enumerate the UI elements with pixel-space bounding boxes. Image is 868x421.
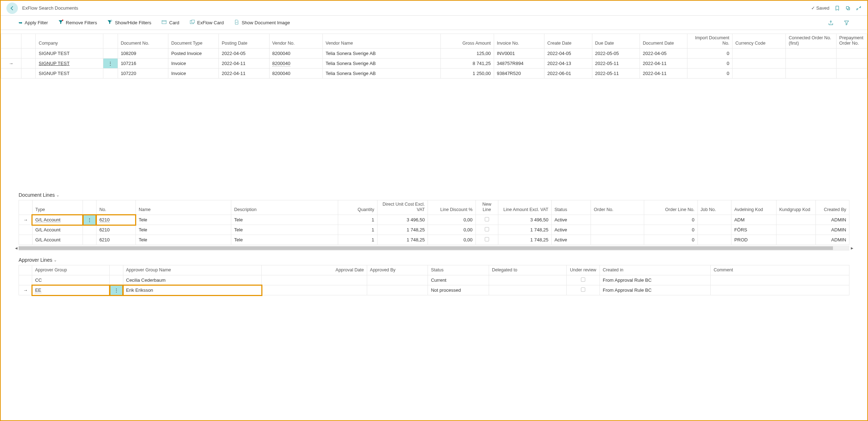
col-description[interactable]: Description bbox=[231, 200, 338, 215]
popout-button[interactable] bbox=[845, 5, 851, 11]
col-name[interactable]: Name bbox=[135, 200, 231, 215]
docs-header-row: Company Document No. Document Type Posti… bbox=[1, 34, 867, 49]
col-no[interactable]: No. bbox=[96, 200, 135, 215]
saved-indicator: ✓ Saved bbox=[811, 5, 830, 11]
table-row[interactable]: G/L Account6210TeleTele11 748,250,001 74… bbox=[19, 235, 849, 245]
col-invoice-no[interactable]: Invoice No. bbox=[494, 34, 544, 49]
col-currency[interactable]: Currency Code bbox=[733, 34, 786, 49]
col-approved-by[interactable]: Approved By bbox=[367, 265, 428, 275]
apply-filter-icon: ➥ bbox=[19, 20, 23, 25]
lines-header-row: Type No. Name Description Quantity Direc… bbox=[19, 200, 849, 215]
col-quantity[interactable]: Quantity bbox=[338, 200, 377, 215]
show-hide-icon bbox=[107, 19, 113, 26]
col-job-no[interactable]: Job No. bbox=[697, 200, 731, 215]
svg-rect-1 bbox=[162, 20, 166, 24]
doc-image-icon bbox=[234, 19, 240, 26]
table-row[interactable]: →G/L Account⋮6210TeleTele13 496,500,003 … bbox=[19, 215, 849, 225]
show-doc-image-button[interactable]: Show Document Image bbox=[234, 19, 290, 26]
action-toolbar: ➥Apply Filter Remove Filters Show/Hide F… bbox=[1, 16, 867, 30]
apply-filter-button[interactable]: ➥Apply Filter bbox=[19, 20, 48, 25]
col-disc[interactable]: Line Discount % bbox=[428, 200, 476, 215]
lines-scrollbar[interactable] bbox=[19, 246, 849, 251]
back-button[interactable] bbox=[6, 2, 18, 14]
show-hide-filters-button[interactable]: Show/Hide Filters bbox=[107, 19, 151, 26]
table-row[interactable]: SIGNUP TEST107220Invoice2022-04-11820004… bbox=[1, 69, 867, 79]
col-line-amt[interactable]: Line Amount Excl. VAT bbox=[498, 200, 551, 215]
scroll-left-icon[interactable]: ◀ bbox=[14, 246, 19, 251]
col-due-date[interactable]: Due Date bbox=[592, 34, 640, 49]
remove-filter-icon bbox=[58, 19, 64, 26]
col-status[interactable]: Status bbox=[551, 200, 591, 215]
col-approval-date[interactable]: Approval Date bbox=[262, 265, 367, 275]
col-company[interactable]: Company bbox=[36, 34, 103, 49]
col-approver-name[interactable]: Approver Group Name bbox=[123, 265, 262, 275]
col-order-line-no[interactable]: Order Line No. bbox=[644, 200, 697, 215]
col-doc-no[interactable]: Document No. bbox=[118, 34, 168, 49]
page-title: ExFlow Search Documents bbox=[22, 5, 811, 11]
collapse-icon bbox=[856, 5, 862, 11]
table-row[interactable]: SIGNUP TEST108209Posted Invoice2022-04-0… bbox=[1, 49, 867, 59]
col-doc-type[interactable]: Document Type bbox=[168, 34, 218, 49]
col-by[interactable]: Created By bbox=[815, 200, 849, 215]
col-gross[interactable]: Gross Amount bbox=[440, 34, 494, 49]
documents-grid: Company Document No. Document Type Posti… bbox=[1, 30, 867, 79]
chevron-down-icon: ⌄ bbox=[54, 258, 57, 262]
approver-header-row: Approver Group Approver Group Name Appro… bbox=[19, 265, 849, 275]
svg-rect-3 bbox=[192, 20, 194, 23]
col-connected-order[interactable]: Connected Order No. (first) bbox=[786, 34, 836, 49]
doc-lines-grid: Type No. Name Description Quantity Direc… bbox=[1, 200, 867, 245]
col-vendor-no[interactable]: Vendor No. bbox=[269, 34, 322, 49]
table-row[interactable]: CCCecilia CederbaumCurrentFrom Approval … bbox=[19, 275, 849, 285]
share-icon bbox=[828, 20, 834, 26]
arrow-left-icon bbox=[9, 5, 15, 11]
chevron-down-icon: ⌄ bbox=[56, 193, 59, 197]
table-row[interactable]: →EE⋮Erik ErikssonNot processedFrom Appro… bbox=[19, 285, 849, 295]
col-comment[interactable]: Comment bbox=[711, 265, 849, 275]
approver-lines-header[interactable]: Approver Lines⌄ bbox=[1, 251, 867, 265]
col-under-review[interactable]: Under review bbox=[567, 265, 600, 275]
exflow-card-icon bbox=[189, 19, 195, 26]
bookmark-button[interactable] bbox=[834, 5, 840, 11]
share-button[interactable] bbox=[828, 20, 834, 26]
col-order-no[interactable]: Order No. bbox=[591, 200, 644, 215]
svg-point-0 bbox=[110, 20, 112, 21]
table-row[interactable]: G/L Account6210TeleTele11 748,250,001 74… bbox=[19, 225, 849, 235]
col-created-in[interactable]: Created in bbox=[600, 265, 711, 275]
col-document-date[interactable]: Document Date bbox=[640, 34, 687, 49]
col-avd[interactable]: Avdelning Kod bbox=[731, 200, 776, 215]
filter-pane-button[interactable] bbox=[844, 20, 849, 26]
page-header: ExFlow Search Documents ✓ Saved bbox=[1, 1, 867, 16]
funnel-icon bbox=[844, 20, 849, 26]
col-duc[interactable]: Direct Unit Cost Excl. VAT bbox=[377, 200, 428, 215]
col-new-line[interactable]: New Line bbox=[475, 200, 498, 215]
col-type[interactable]: Type bbox=[32, 200, 83, 215]
col-appr-status[interactable]: Status bbox=[428, 265, 489, 275]
card-button[interactable]: Card bbox=[161, 19, 179, 26]
col-approver-group[interactable]: Approver Group bbox=[32, 265, 110, 275]
scrollbar-thumb[interactable] bbox=[19, 246, 833, 250]
col-posting-date[interactable]: Posting Date bbox=[219, 34, 269, 49]
popout-icon bbox=[845, 5, 851, 11]
remove-filters-button[interactable]: Remove Filters bbox=[58, 19, 97, 26]
col-create-date[interactable]: Create Date bbox=[544, 34, 592, 49]
scroll-right-icon[interactable]: ▶ bbox=[849, 246, 854, 251]
col-kund[interactable]: Kundgrupp Kod bbox=[776, 200, 815, 215]
bookmark-icon bbox=[834, 5, 840, 11]
col-import-doc-no[interactable]: Import Document No. bbox=[687, 34, 733, 49]
col-prepay[interactable]: Prepayment Order No. bbox=[836, 34, 867, 49]
col-delegated[interactable]: Delegated to bbox=[489, 265, 566, 275]
card-icon bbox=[161, 19, 167, 26]
col-vendor-name[interactable]: Vendor Name bbox=[322, 34, 440, 49]
exflow-card-button[interactable]: ExFlow Card bbox=[189, 19, 224, 26]
approver-lines-grid: Approver Group Approver Group Name Appro… bbox=[1, 265, 867, 295]
table-row[interactable]: →SIGNUP TEST⋮107216Invoice2022-04-118200… bbox=[1, 59, 867, 69]
doc-lines-header[interactable]: Document Lines⌄ bbox=[1, 186, 867, 200]
collapse-button[interactable] bbox=[856, 5, 862, 11]
